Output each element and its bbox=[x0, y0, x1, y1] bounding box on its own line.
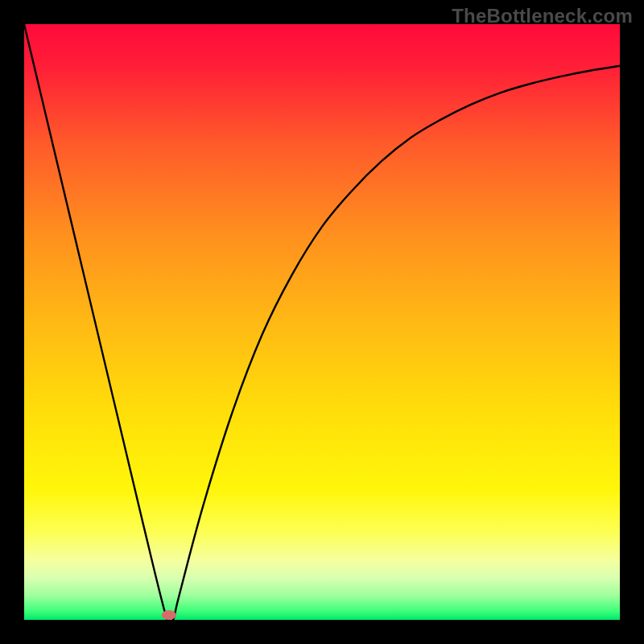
gradient-background bbox=[24, 24, 620, 620]
chart-svg bbox=[24, 24, 620, 620]
plot-area bbox=[24, 24, 620, 620]
watermark-text: TheBottleneck.com bbox=[452, 5, 633, 27]
optimal-marker bbox=[162, 610, 176, 620]
chart-container: TheBottleneck.com bbox=[0, 0, 644, 644]
